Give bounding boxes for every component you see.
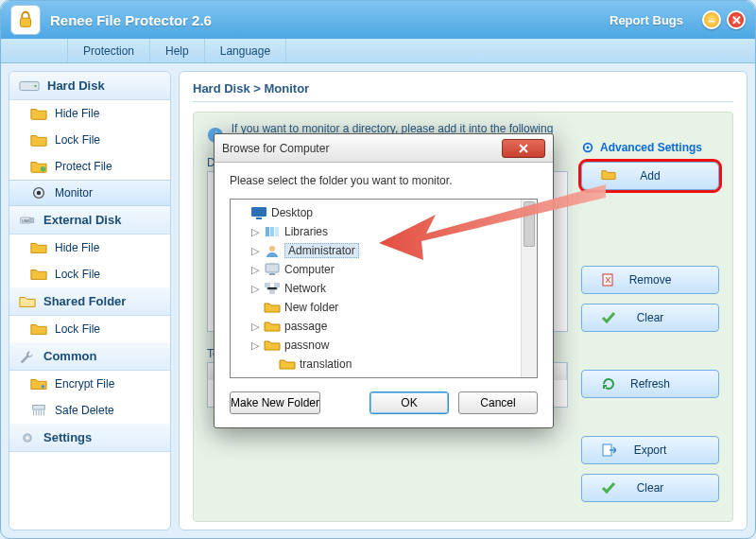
close-button[interactable]: ✕ [727, 10, 746, 29]
folder-icon [264, 319, 281, 334]
tree-item-administrator[interactable]: ▷ Administrator [232, 241, 535, 260]
sidebar-item-label: Monitor [55, 186, 93, 200]
folder-add-icon [601, 168, 616, 183]
folder-icon [264, 300, 281, 315]
svg-rect-27 [265, 283, 270, 287]
svg-rect-21 [266, 227, 269, 236]
sidebar-header-harddisk[interactable]: Hard Disk [9, 72, 170, 100]
breadcrumb: Hard Disk > Monitor [193, 81, 733, 102]
sidebar-item-protect-file[interactable]: Protect File [9, 153, 170, 180]
svg-rect-28 [274, 283, 280, 287]
expand-icon[interactable]: ▷ [249, 227, 260, 237]
sidebar-item-lock-file[interactable]: Lock File [9, 127, 170, 153]
tree-label: Libraries [284, 225, 328, 238]
shared-folder-icon [19, 294, 36, 309]
make-new-folder-button[interactable]: Make New Folder [230, 391, 320, 414]
tree-label: Network [284, 282, 326, 295]
menu-help[interactable]: Help [150, 39, 205, 62]
remove-icon [601, 272, 616, 287]
sidebar-item-ext-lock-file[interactable]: Lock File [9, 261, 170, 287]
tree-item-computer[interactable]: ▷ Computer [232, 260, 535, 279]
dialog-titlebar[interactable]: Browse for Computer [215, 134, 553, 163]
sidebar-item-ext-hide-file[interactable]: Hide File [9, 235, 170, 261]
folder-icon [264, 338, 281, 353]
remove-button[interactable]: Remove [581, 266, 719, 294]
tree-item-network[interactable]: ▷ Network [232, 279, 535, 298]
sidebar-header-shared[interactable]: Shared Folder [9, 287, 170, 316]
clear-log-button[interactable]: Clear [581, 474, 719, 502]
ok-button[interactable]: OK [369, 391, 449, 414]
expand-icon[interactable] [249, 303, 260, 313]
menu-language[interactable]: Language [205, 39, 286, 62]
button-label: Export [634, 443, 667, 457]
refresh-button[interactable]: Refresh [581, 370, 719, 398]
sidebar-item-sf-lock-file[interactable]: Lock File [9, 316, 170, 342]
sidebar-header-label: External Disk [43, 213, 121, 227]
sidebar-item-safe-delete[interactable]: Safe Delete [9, 397, 170, 424]
dialog-title: Browse for Computer [222, 142, 329, 155]
sidebar-item-label: Hide File [55, 241, 99, 254]
monitor-right: Advanced Settings Add Remove Clear [568, 122, 719, 512]
app-logo [10, 5, 41, 35]
sidebar: Hard Disk Hide File Lock File Protect Fi… [9, 71, 171, 530]
tree-item-newfolder[interactable]: New folder [232, 298, 535, 317]
svg-text:USB: USB [22, 219, 29, 223]
minimize-button[interactable]: – [702, 10, 721, 29]
sidebar-header-external[interactable]: USB External Disk [9, 206, 170, 235]
menu-protection[interactable]: Protection [67, 39, 150, 62]
svg-rect-25 [266, 264, 279, 272]
tree-label: Administrator [284, 243, 359, 258]
sidebar-item-hide-file[interactable]: Hide File [9, 100, 170, 127]
folder-lock-icon [30, 322, 47, 337]
add-button[interactable]: Add [581, 162, 719, 190]
cancel-button[interactable]: Cancel [458, 391, 538, 414]
scrollbar[interactable] [521, 200, 537, 377]
sidebar-header-label: Common [43, 349, 96, 363]
tree-item-translation[interactable]: translation [232, 355, 535, 374]
dialog-close-button[interactable] [502, 139, 545, 158]
sidebar-item-encrypt-file[interactable]: Encrypt File [9, 371, 170, 397]
sidebar-header-label: Shared Folder [43, 294, 126, 308]
expand-icon[interactable]: ▷ [249, 340, 260, 351]
clear-button[interactable]: Clear [581, 304, 719, 332]
refresh-icon [601, 376, 616, 391]
button-label: Clear [637, 311, 664, 324]
expand-icon[interactable] [265, 359, 275, 370]
tree-label: New folder [284, 301, 338, 314]
folder-key-icon [30, 376, 47, 391]
folder-icon [279, 356, 296, 372]
browse-dialog: Browse for Computer Please select the fo… [214, 133, 554, 428]
folder-lock-icon [30, 267, 47, 282]
close-icon [518, 143, 529, 154]
wrench-icon [19, 349, 36, 364]
button-label: Add [640, 169, 660, 183]
sidebar-header-common[interactable]: Common [9, 342, 170, 371]
folder-tree[interactable]: Desktop ▷ Libraries ▷ Administrator ▷ Co… [230, 199, 538, 378]
tree-item-libraries[interactable]: ▷ Libraries [232, 222, 535, 241]
svg-rect-19 [251, 207, 266, 217]
expand-icon[interactable] [236, 208, 247, 218]
advanced-settings-link[interactable]: Advanced Settings [581, 141, 719, 154]
harddisk-icon [19, 78, 40, 94]
folder-icon [30, 240, 47, 255]
report-bugs-link[interactable]: Report Bugs [610, 13, 683, 27]
advanced-settings-label: Advanced Settings [600, 141, 702, 154]
expand-icon[interactable]: ▷ [249, 265, 260, 275]
folder-shield-icon [30, 159, 47, 174]
tree-item-passnow[interactable]: ▷ passnow [232, 336, 535, 355]
libraries-icon [264, 224, 281, 239]
tree-label: passnow [284, 339, 329, 352]
tree-label: Desktop [271, 206, 313, 219]
tree-item-desktop[interactable]: Desktop [232, 203, 535, 222]
svg-rect-20 [256, 217, 262, 219]
sidebar-header-settings[interactable]: Settings [9, 424, 170, 452]
expand-icon[interactable]: ▷ [249, 322, 260, 332]
expand-icon[interactable]: ▷ [249, 246, 260, 256]
svg-point-3 [41, 166, 45, 171]
svg-point-9 [42, 385, 45, 389]
sidebar-item-monitor[interactable]: Monitor [9, 180, 170, 206]
export-button[interactable]: Export [581, 436, 719, 464]
tree-item-passage[interactable]: ▷ passage [232, 317, 535, 336]
scrollbar-thumb[interactable] [524, 201, 535, 247]
expand-icon[interactable]: ▷ [249, 284, 260, 294]
